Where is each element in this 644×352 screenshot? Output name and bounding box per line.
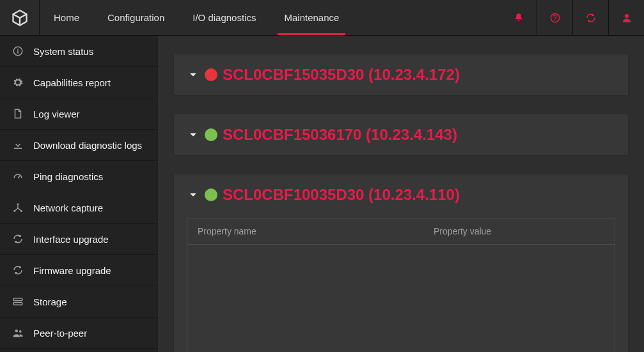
main-content: SCL0CBF15035D30 (10.23.4.172) SCL0CBF150… <box>158 36 644 352</box>
user-icon <box>621 12 632 24</box>
user-button[interactable] <box>608 0 644 35</box>
unit-label: SCL0CBF15035D30 (10.23.4.172) <box>223 66 460 84</box>
refresh-icon <box>585 12 597 24</box>
table-row: Product type Synergis Cloud Link G2 <box>187 245 615 352</box>
svg-point-3 <box>17 203 19 205</box>
users-icon <box>12 326 24 339</box>
info-icon <box>12 45 24 57</box>
help-button[interactable] <box>537 0 572 35</box>
question-icon <box>549 12 561 24</box>
app-logo[interactable] <box>0 0 40 35</box>
sidebar-item-label: Download diagnostic logs <box>33 140 142 151</box>
status-dot-green <box>205 188 217 201</box>
svg-rect-6 <box>13 298 22 301</box>
gear-icon <box>12 76 24 89</box>
status-dot-green <box>205 128 217 141</box>
sidebar-item-label: Interface upgrade <box>33 234 109 245</box>
tab-home[interactable]: Home <box>40 0 93 35</box>
sidebar-item-label: Log viewer <box>33 109 80 119</box>
status-dot-red <box>205 68 217 81</box>
sidebar-item-download-logs[interactable]: Download diagnostic logs <box>0 130 158 161</box>
unit-panel-expanded: SCL0CBF10035D30 (10.23.4.110) Property n… <box>173 174 629 352</box>
chevron-down-icon <box>187 128 200 141</box>
sidebar-item-log-viewer[interactable]: Log viewer <box>0 98 158 130</box>
sidebar-item-network-capture[interactable]: Network capture <box>0 192 158 224</box>
sidebar-item-label: Firmware upgrade <box>33 265 111 276</box>
download-icon <box>12 139 24 151</box>
table-header-name: Property name <box>198 226 434 236</box>
sidebar-item-label: Ping diagnostics <box>33 171 103 182</box>
file-icon <box>12 107 24 120</box>
unit-panel: SCL0CBF15035D30 (10.23.4.172) <box>173 54 629 96</box>
network-icon <box>12 201 24 214</box>
tab-maintenance[interactable]: Maintenance <box>270 0 353 35</box>
property-table: Property name Property value Product typ… <box>187 218 615 352</box>
bell-icon <box>513 12 524 24</box>
svg-point-8 <box>15 330 19 333</box>
top-actions <box>501 0 644 35</box>
sidebar-item-storage[interactable]: Storage <box>0 286 158 318</box>
table-header-row: Property name Property value <box>187 218 615 245</box>
top-tabs: Home Configuration I/O diagnostics Maint… <box>40 0 353 35</box>
unit-label: SCL0CBF15036170 (10.23.4.143) <box>223 126 457 144</box>
unit-panel: SCL0CBF15036170 (10.23.4.143) <box>173 114 629 156</box>
unit-label: SCL0CBF10035D30 (10.23.4.110) <box>223 186 460 204</box>
sidebar: System status Capabilities report Log vi… <box>0 36 158 352</box>
tab-io-diagnostics[interactable]: I/O diagnostics <box>178 0 270 35</box>
refresh-button[interactable] <box>572 0 608 35</box>
sidebar-item-system-status[interactable]: System status <box>0 36 158 67</box>
sidebar-item-label: System status <box>33 46 93 57</box>
refresh-icon <box>12 264 24 277</box>
sidebar-item-label: Peer-to-peer <box>33 328 87 339</box>
sidebar-item-label: Network capture <box>33 203 103 213</box>
sidebar-item-ping[interactable]: Ping diagnostics <box>0 161 158 192</box>
gauge-icon <box>12 170 24 183</box>
sidebar-item-capabilities[interactable]: Capabilities report <box>0 67 158 98</box>
sidebar-item-firmware-upgrade[interactable]: Firmware upgrade <box>0 255 158 286</box>
sidebar-item-label: Storage <box>33 296 67 307</box>
storage-icon <box>12 295 24 308</box>
topbar: Home Configuration I/O diagnostics Maint… <box>0 0 644 36</box>
svg-point-1 <box>625 14 629 18</box>
logo-icon <box>11 9 29 27</box>
alerts-button[interactable] <box>501 0 537 35</box>
svg-point-9 <box>19 330 22 333</box>
unit-header[interactable]: SCL0CBF15035D30 (10.23.4.172) <box>187 66 615 84</box>
table-header-value: Property value <box>434 226 604 236</box>
sidebar-item-peer-to-peer[interactable]: Peer-to-peer <box>0 318 158 349</box>
tab-configuration[interactable]: Configuration <box>93 0 178 35</box>
chevron-down-icon <box>187 68 200 81</box>
svg-rect-7 <box>13 303 22 305</box>
unit-header[interactable]: SCL0CBF10035D30 (10.23.4.110) <box>187 186 615 204</box>
refresh-icon <box>12 233 24 245</box>
sidebar-item-interface-upgrade[interactable]: Interface upgrade <box>0 224 158 255</box>
unit-header[interactable]: SCL0CBF15036170 (10.23.4.143) <box>187 126 615 144</box>
chevron-down-icon <box>187 188 200 201</box>
sidebar-item-label: Capabilities report <box>33 77 111 88</box>
